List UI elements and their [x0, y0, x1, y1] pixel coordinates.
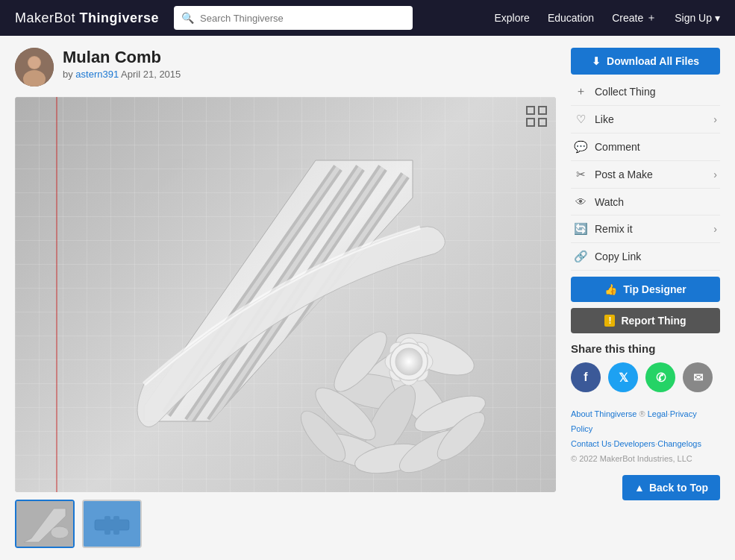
tip-designer-button[interactable]: 👍 Tip Designer	[571, 277, 720, 302]
page-wrapper: Mulan Comb by astern391 April 21, 2015	[0, 36, 735, 560]
search-bar[interactable]: 🔍	[174, 6, 413, 30]
share-whatsapp-button[interactable]: ✆	[645, 362, 675, 392]
collect-label: Collect Thing	[595, 86, 655, 98]
nav-links: Explore Education Create ＋ Sign Up ▾	[494, 11, 720, 25]
like-icon: ♡	[574, 113, 587, 126]
svg-rect-41	[527, 107, 534, 114]
report-exclamation-icon: !	[604, 315, 615, 327]
left-content: Mulan Comb by astern391 April 21, 2015	[15, 48, 556, 548]
svg-rect-51	[113, 516, 119, 535]
thumb-img-2	[84, 501, 140, 547]
post-make-arrow: ›	[713, 169, 717, 180]
comment-label: Comment	[595, 141, 640, 153]
search-icon: 🔍	[181, 12, 194, 24]
thing-title: Mulan Comb	[63, 48, 181, 67]
brand-text: MakerBot Thingiverse	[15, 10, 159, 26]
thing-title-area: Mulan Comb by astern391 April 21, 2015	[63, 48, 181, 80]
sidebar: ⬇ Download All Files ＋ Collect Thing ♡ L…	[571, 48, 720, 548]
footer-legal-link[interactable]: Legal	[648, 409, 668, 418]
remix-label: Remix it	[595, 223, 633, 235]
post-make-label: Post a Make	[595, 169, 653, 180]
footer-links: About Thingiverse ® Legal·Privacy Policy…	[571, 407, 720, 451]
share-section: Share this thing f 𝕏 ✆ ✉	[571, 342, 720, 392]
svg-rect-42	[539, 107, 546, 114]
copy-link-label: Copy Link	[595, 251, 641, 262]
brand-logo[interactable]: MakerBot Thingiverse	[15, 10, 159, 26]
search-input[interactable]	[200, 13, 405, 24]
svg-point-35	[395, 348, 422, 375]
like-arrow: ›	[713, 113, 717, 125]
copy-link-action[interactable]: 🔗 Copy Link	[571, 243, 720, 271]
remix-icon: 🔄	[574, 222, 587, 236]
share-title: Share this thing	[571, 342, 720, 355]
navbar: MakerBot Thingiverse 🔍 Explore Education…	[0, 0, 735, 36]
thing-date: April 21, 2015	[121, 69, 181, 80]
author-link[interactable]: astern391	[75, 69, 119, 80]
thing-meta: by astern391 April 21, 2015	[63, 69, 181, 80]
like-label: Like	[595, 113, 614, 125]
svg-rect-44	[539, 119, 546, 126]
nav-create[interactable]: Create ＋	[612, 11, 657, 25]
footer-dev-link[interactable]: Developers	[613, 439, 655, 448]
post-make-action[interactable]: ✂ Post a Make ›	[571, 161, 720, 189]
thumb-img-1	[16, 501, 73, 547]
collect-icon: ＋	[574, 84, 587, 98]
remix-action[interactable]: 🔄 Remix it ›	[571, 215, 720, 243]
thing-header: Mulan Comb by astern391 April 21, 2015	[15, 48, 556, 86]
collect-thing-action[interactable]: ＋ Collect Thing	[571, 78, 720, 106]
svg-point-3	[28, 57, 40, 69]
nav-explore[interactable]: Explore	[494, 12, 529, 24]
watch-icon: 👁	[574, 195, 587, 208]
back-to-top-arrow: ▲	[634, 482, 645, 494]
share-facebook-button[interactable]: f	[571, 362, 601, 392]
avatar	[15, 48, 54, 86]
back-to-top-button[interactable]: ▲ Back to Top	[622, 475, 720, 500]
footer-contact-link[interactable]: Contact Us	[571, 439, 611, 448]
comment-action[interactable]: 💬 Comment	[571, 133, 720, 161]
comment-icon: 💬	[574, 140, 587, 154]
download-button[interactable]: ⬇ Download All Files	[571, 48, 720, 75]
nav-signup[interactable]: Sign Up ▾	[675, 12, 720, 24]
thumbnails	[15, 500, 556, 548]
svg-rect-50	[104, 516, 110, 535]
main-image-container	[15, 97, 556, 492]
share-email-button[interactable]: ✉	[683, 362, 713, 392]
report-thing-button[interactable]: ! Report Thing	[571, 308, 720, 333]
avatar-image	[15, 48, 54, 86]
nav-education[interactable]: Education	[548, 12, 594, 24]
download-icon: ⬇	[592, 55, 601, 67]
footer-changelog-link[interactable]: Changelogs	[657, 439, 701, 448]
thumbnail-1[interactable]	[15, 500, 75, 548]
remix-arrow: ›	[713, 223, 717, 235]
footer-about-link[interactable]: About Thingiverse	[571, 409, 637, 418]
share-twitter-button[interactable]: 𝕏	[608, 362, 638, 392]
copy-link-icon: 🔗	[574, 250, 587, 263]
expand-icon[interactable]	[526, 106, 547, 131]
svg-point-47	[51, 526, 69, 538]
share-buttons: f 𝕏 ✆ ✉	[571, 362, 720, 392]
comb-illustration	[77, 116, 495, 474]
post-make-icon: ✂	[574, 168, 587, 181]
svg-rect-43	[527, 119, 534, 126]
footer-copyright: © 2022 MakerBot Industries, LLC	[571, 454, 720, 463]
main-image	[15, 97, 556, 492]
red-line	[56, 97, 57, 492]
like-action[interactable]: ♡ Like ›	[571, 106, 720, 133]
svg-rect-49	[95, 520, 129, 530]
thumbnail-2[interactable]	[82, 500, 142, 548]
watch-label: Watch	[595, 196, 624, 208]
tip-icon: 👍	[604, 283, 617, 295]
watch-action[interactable]: 👁 Watch	[571, 189, 720, 215]
